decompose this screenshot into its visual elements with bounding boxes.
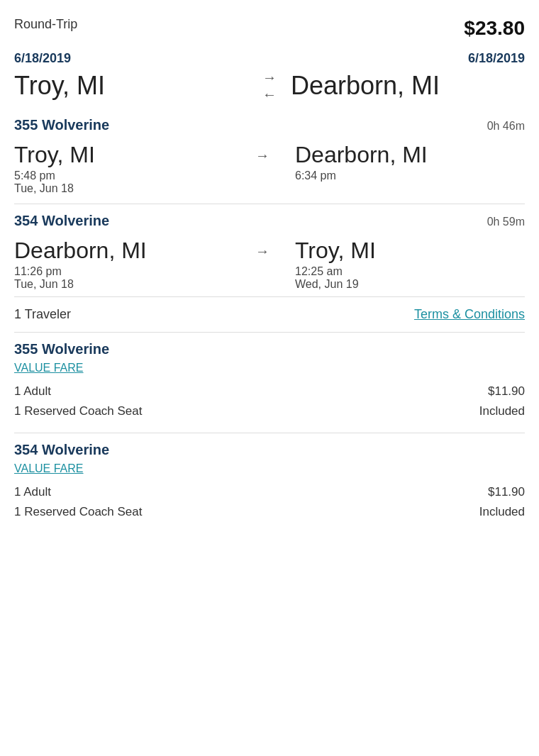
train-355-name: 355 Wolverine <box>14 117 109 133</box>
segment-354-dest-date: Wed, Jun 19 <box>295 278 525 291</box>
train-355-duration: 0h 46m <box>487 120 525 133</box>
dates-row: 6/18/2019 6/18/2019 <box>14 51 525 66</box>
segment-354-dest: Troy, MI 12:25 am Wed, Jun 19 <box>281 238 525 291</box>
traveler-count: 1 Traveler <box>14 307 71 322</box>
segment-354-origin-time: 11:26 pm <box>14 265 244 278</box>
segment-355-origin: Troy, MI 5:48 pm Tue, Jun 18 <box>14 142 244 195</box>
fare-355-adult-label: 1 Adult <box>14 384 51 399</box>
arrow-right-icon: → <box>255 243 270 260</box>
segment-355-row: Troy, MI 5:48 pm Tue, Jun 18 → Dearborn,… <box>14 142 525 195</box>
fare-355-adult-row: 1 Adult $11.90 <box>14 382 525 401</box>
segment-354-origin-city: Dearborn, MI <box>14 238 244 264</box>
fare-354-adult-label: 1 Adult <box>14 485 51 499</box>
segment-355-dest-time: 6:34 pm <box>295 169 525 182</box>
fare-354-adult-price: $11.90 <box>488 485 525 499</box>
origin-city: Troy, MI <box>14 71 248 101</box>
segment-354-dest-city: Troy, MI <box>295 238 525 264</box>
outbound-date: 6/18/2019 <box>14 51 71 66</box>
arrow-left-icon: ← <box>262 86 277 103</box>
divider-1 <box>14 204 525 204</box>
fare-354-value-fare-link[interactable]: VALUE FARE <box>14 462 84 475</box>
fare-355-seat-row: 1 Reserved Coach Seat Included <box>14 401 525 421</box>
total-price: $23.80 <box>464 17 525 40</box>
header: Round-Trip $23.80 <box>14 17 525 40</box>
arrow-right-icon: → <box>255 148 270 164</box>
fare-354-seat-row: 1 Reserved Coach Seat Included <box>14 502 525 522</box>
train-354-header: 354 Wolverine 0h 59m <box>14 213 525 229</box>
fare-355-section: 355 Wolverine VALUE FARE 1 Adult $11.90 … <box>14 341 525 421</box>
train-355-header: 355 Wolverine 0h 46m <box>14 117 525 133</box>
traveler-row: 1 Traveler Terms & Conditions <box>14 296 525 333</box>
train-354-duration: 0h 59m <box>487 216 525 228</box>
fare-354-seat-price: Included <box>479 505 525 519</box>
fare-355-seat-label: 1 Reserved Coach Seat <box>14 404 143 418</box>
divider-2 <box>14 433 525 433</box>
city-header-row: Troy, MI → ← Dearborn, MI <box>14 69 525 103</box>
fare-354-train-name: 354 Wolverine <box>14 442 525 458</box>
fare-354-seat-label: 1 Reserved Coach Seat <box>14 505 143 519</box>
terms-conditions-link[interactable]: Terms & Conditions <box>414 307 525 322</box>
segment-354-row: Dearborn, MI 11:26 pm Tue, Jun 18 → Troy… <box>14 238 525 291</box>
segment-355-dest: Dearborn, MI 6:34 pm <box>281 142 525 182</box>
train-354-name: 354 Wolverine <box>14 213 109 229</box>
segment-354-dest-time: 12:25 am <box>295 265 525 278</box>
trip-type-label: Round-Trip <box>14 17 77 32</box>
arrow-right-icon: → <box>262 69 277 86</box>
fare-355-seat-price: Included <box>479 404 525 418</box>
destination-city: Dearborn, MI <box>291 71 525 101</box>
fare-355-value-fare-link[interactable]: VALUE FARE <box>14 362 84 374</box>
fare-355-adult-price: $11.90 <box>488 384 525 399</box>
fare-354-section: 354 Wolverine VALUE FARE 1 Adult $11.90 … <box>14 442 525 522</box>
fare-355-train-name: 355 Wolverine <box>14 341 525 357</box>
return-date: 6/18/2019 <box>468 51 525 66</box>
segment-355-origin-date: Tue, Jun 18 <box>14 182 244 195</box>
segment-354-origin: Dearborn, MI 11:26 pm Tue, Jun 18 <box>14 238 244 291</box>
segment-355-dest-city: Dearborn, MI <box>295 142 525 168</box>
segment-355-arrow: → <box>255 142 270 164</box>
segment-355-origin-time: 5:48 pm <box>14 169 244 182</box>
round-trip-arrows: → ← <box>262 69 277 103</box>
segment-354-arrow: → <box>255 238 270 260</box>
fare-354-adult-row: 1 Adult $11.90 <box>14 482 525 502</box>
segment-355-origin-city: Troy, MI <box>14 142 244 168</box>
segment-354-origin-date: Tue, Jun 18 <box>14 278 244 291</box>
